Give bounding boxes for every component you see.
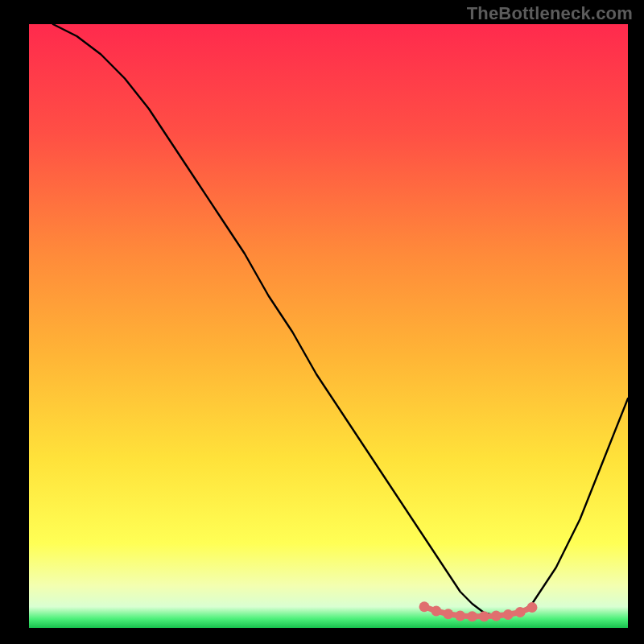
chart-svg <box>0 0 644 644</box>
watermark-text: TheBottleneck.com <box>467 3 633 24</box>
chart-container: TheBottleneck.com <box>0 0 644 644</box>
chart-svg-wrap <box>0 0 644 644</box>
plot-background <box>29 24 628 628</box>
